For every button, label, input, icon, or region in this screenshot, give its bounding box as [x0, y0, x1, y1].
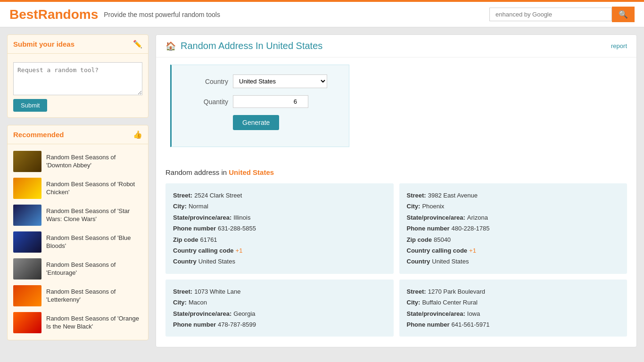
- logo[interactable]: BestRandoms: [9, 7, 98, 22]
- addr-country-row: Country United States: [407, 256, 620, 267]
- zip-value: 61761: [200, 234, 217, 245]
- country-label: Country: [173, 256, 197, 267]
- ideas-form: Submit: [8, 54, 148, 117]
- generate-button[interactable]: Generate: [233, 115, 279, 130]
- list-item[interactable]: Random Best Seasons of 'Robot Chicken': [8, 175, 148, 202]
- phone-label: Phone number: [173, 319, 216, 330]
- addr-state-row: State/province/area: Georgia: [173, 308, 386, 319]
- results-intro-prefix: Random address in: [165, 168, 229, 176]
- addr-phone-row: Phone number 478-787-8599: [173, 319, 386, 330]
- phone-value: 641-561-5971: [452, 319, 490, 330]
- city-label: City:: [407, 201, 421, 212]
- page-title-row: 🏠 Random Address In United States: [165, 41, 322, 51]
- street-label: Street:: [407, 190, 426, 201]
- results-country: United States: [229, 168, 274, 176]
- sidebar: Submit your ideas ✏️ Submit Recommended …: [7, 34, 149, 347]
- rec-thumbnail: [13, 285, 41, 306]
- addr-phone-row: Phone number 631-288-5855: [173, 223, 386, 234]
- state-value: Arizona: [467, 212, 488, 223]
- rec-label: Random Best Seasons of 'Blue Bloods': [46, 234, 142, 250]
- country-select[interactable]: United States: [233, 74, 327, 88]
- list-item[interactable]: Random Best Seasons of 'Orange Is the Ne…: [8, 309, 148, 336]
- addr-city-row: City: Normal: [173, 201, 386, 212]
- rec-thumbnail: [13, 178, 41, 199]
- state-label: State/province/area:: [407, 308, 465, 319]
- addr-phone-row: Phone number 641-561-5971: [407, 319, 620, 330]
- calling-label: Country calling code: [173, 245, 234, 256]
- results-section: Random address in United States Street: …: [156, 161, 636, 344]
- submit-button[interactable]: Submit: [13, 99, 47, 112]
- phone-label: Phone number: [173, 223, 216, 234]
- phone-value: 480-228-1785: [452, 223, 490, 234]
- addr-street-row: Street: 1270 Park Boulevard: [407, 286, 620, 297]
- state-value: Illinois: [233, 212, 250, 223]
- address-card: Street: 1073 White Lane City: Macon Stat…: [165, 280, 394, 337]
- addr-calling-row: Country calling code +1: [173, 245, 386, 256]
- addr-phone-row: Phone number 480-228-1785: [407, 223, 620, 234]
- controls-area: Country United States Quantity Generate: [156, 58, 636, 161]
- addr-zip-row: Zip code 85040: [407, 234, 620, 245]
- addr-zip-row: Zip code 61761: [173, 234, 386, 245]
- list-item[interactable]: Random Best Seasons of 'Blue Bloods': [8, 229, 148, 255]
- search-button[interactable]: 🔍: [612, 7, 635, 22]
- ideas-textarea[interactable]: [13, 62, 142, 95]
- header-search: 🔍: [489, 7, 635, 22]
- list-item[interactable]: Random Best Seasons of 'Entourage': [8, 255, 148, 282]
- calling-value: +1: [469, 245, 476, 256]
- addr-street-row: Street: 2524 Clark Street: [173, 190, 386, 201]
- rec-thumbnail: [13, 151, 41, 172]
- city-value: Buffalo Center Rural: [422, 297, 478, 308]
- addr-city-row: City: Macon: [173, 297, 386, 308]
- quantity-row: Quantity: [190, 95, 330, 108]
- street-value: 1073 White Lane: [194, 286, 240, 297]
- submit-ideas-header: Submit your ideas ✏️: [8, 35, 148, 54]
- street-label: Street:: [173, 190, 192, 201]
- street-label: Street:: [173, 286, 192, 297]
- street-value: 3982 East Avenue: [428, 190, 478, 201]
- main-content: 🏠 Random Address In United States report…: [156, 34, 637, 347]
- zip-label: Zip code: [407, 234, 432, 245]
- page-title: Random Address In United States: [181, 41, 322, 51]
- quantity-input[interactable]: [233, 95, 308, 108]
- rec-label: Random Best Seasons of 'Robot Chicken': [46, 181, 142, 197]
- addr-street-row: Street: 3982 East Avenue: [407, 190, 620, 201]
- city-label: City:: [407, 297, 421, 308]
- addr-city-row: City: Buffalo Center Rural: [407, 297, 620, 308]
- main-layout: Submit your ideas ✏️ Submit Recommended …: [0, 27, 644, 354]
- addr-street-row: Street: 1073 White Lane: [173, 286, 386, 297]
- phone-value: 631-288-5855: [218, 223, 256, 234]
- state-label: State/province/area:: [173, 308, 231, 319]
- list-item[interactable]: Random Best Seasons of 'Downton Abbey': [8, 148, 148, 175]
- rec-label: Random Best Seasons of 'Orange Is the Ne…: [46, 315, 142, 331]
- addr-state-row: State/province/area: Illinois: [173, 212, 386, 223]
- state-value: Iowa: [467, 308, 480, 319]
- addr-city-row: City: Phoenix: [407, 201, 620, 212]
- country-label: Country: [190, 78, 228, 85]
- list-item[interactable]: Random Best Seasons of 'Letterkenny': [8, 282, 148, 309]
- rec-label: Random Best Seasons of 'Downton Abbey': [46, 154, 142, 170]
- search-input[interactable]: [489, 8, 612, 21]
- phone-label: Phone number: [407, 319, 450, 330]
- address-grid: Street: 2524 Clark Street City: Normal S…: [165, 183, 627, 337]
- report-link[interactable]: report: [611, 42, 627, 49]
- page-header: 🏠 Random Address In United States report: [156, 35, 636, 58]
- rec-thumbnail: [13, 312, 41, 333]
- recommended-section: Recommended 👍 Random Best Seasons of 'Do…: [7, 125, 149, 340]
- addr-calling-row: Country calling code +1: [407, 245, 620, 256]
- addr-state-row: State/province/area: Iowa: [407, 308, 620, 319]
- recommended-list: Random Best Seasons of 'Downton Abbey' R…: [8, 144, 148, 340]
- recommended-title: Recommended: [13, 131, 64, 139]
- city-value: Macon: [189, 297, 207, 308]
- quantity-label: Quantity: [190, 98, 228, 106]
- list-item[interactable]: Random Best Seasons of 'Star Wars: Clone…: [8, 202, 148, 229]
- phone-label: Phone number: [407, 223, 450, 234]
- thumbsup-icon: 👍: [133, 130, 142, 139]
- tagline: Provide the most powerful random tools: [104, 11, 220, 18]
- state-value: Georgia: [233, 308, 255, 319]
- zip-value: 85040: [434, 234, 451, 245]
- header: BestRandoms Provide the most powerful ra…: [0, 2, 644, 27]
- rec-label: Random Best Seasons of 'Star Wars: Clone…: [46, 207, 142, 223]
- addr-state-row: State/province/area: Arizona: [407, 212, 620, 223]
- generate-row: Generate: [190, 115, 330, 130]
- address-card: Street: 2524 Clark Street City: Normal S…: [165, 183, 394, 274]
